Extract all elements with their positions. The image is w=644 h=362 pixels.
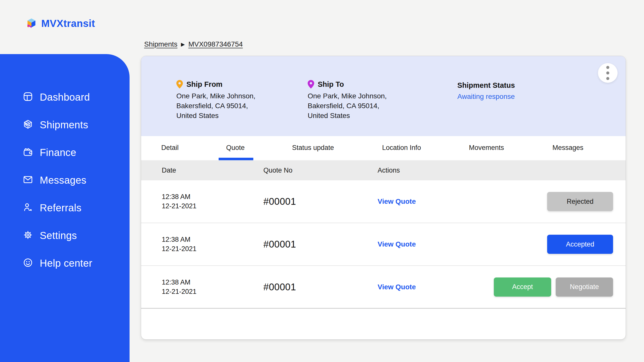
shipment-status-block: Shipment Status Awaiting response [457,81,515,101]
tab-detail[interactable]: Detail [161,136,179,160]
sidebar-item-label: Settings [40,230,77,241]
column-header-date: Date [162,167,176,174]
person-share-icon [23,202,33,214]
dashboard-icon [23,91,33,103]
active-tab-indicator [219,158,253,160]
kebab-dot [606,77,609,80]
ship-from-address: United States [176,111,255,120]
quote-number: #00001 [263,196,296,207]
rejected-status-button[interactable]: Rejected [547,192,613,211]
more-options-button[interactable] [598,63,618,83]
sidebar-item-messages[interactable]: Messages [0,171,130,189]
view-quote-link[interactable]: View Quote [378,197,416,206]
ship-to-address: Bakersfield, CA 95014, [308,101,387,111]
sidebar-item-finance[interactable]: Finance [0,144,130,161]
quote-date: 12:38 AM 12-21-2021 [162,192,196,211]
sidebar-item-shipments[interactable]: Shipments [0,116,130,134]
breadcrumb-shipment-id-link[interactable]: MVX0987346754 [188,40,243,48]
gear-icon [23,230,33,241]
column-header-quote-no: Quote No [263,167,293,174]
shipment-tabs: Detail Quote Status update Location Info… [141,136,626,160]
location-pin-icon [308,80,314,89]
app-screen: MVXtransit Dashboard [0,0,644,362]
tab-quote[interactable]: Quote [226,136,245,160]
sidebar-item-label: Dashboard [40,92,90,103]
column-header-actions: Actions [378,167,400,174]
shipment-card-header: Ship From One Park, Mike Johnson, Bakers… [141,56,626,136]
smiley-icon [23,257,33,269]
sidebar-item-dashboard[interactable]: Dashboard [0,88,130,106]
quote-table-row: 12:38 AM 12-21-2021 #00001 View Quote Ac… [141,223,626,266]
envelope-icon [23,174,33,186]
quote-table-header: Date Quote No Actions [141,160,626,180]
location-pin-icon [176,80,183,89]
sidebar-item-label: Help center [40,258,92,269]
tab-movements[interactable]: Movements [469,136,504,160]
shipment-status-value: Awaiting response [457,93,515,101]
accept-button[interactable]: Accept [494,277,551,297]
sidebar-item-label: Shipments [40,119,88,131]
tab-status-update[interactable]: Status update [292,136,334,160]
shipment-card: Ship From One Park, Mike Johnson, Bakers… [141,56,626,340]
sidebar: Dashboard Shipments [0,54,130,362]
sidebar-item-label: Finance [40,147,76,158]
brand-name: MVXtransit [41,18,95,29]
tab-messages[interactable]: Messages [552,136,583,160]
kebab-dot [606,71,609,74]
breadcrumb-shipments-link[interactable]: Shipments [144,40,177,48]
ship-to-label: Ship To [318,80,344,89]
sidebar-item-label: Messages [40,175,87,186]
sidebar-item-referrals[interactable]: Referrals [0,199,130,217]
accepted-status-button[interactable]: Accepted [547,235,613,254]
quote-table-row: 12:38 AM 12-21-2021 #00001 View Quote Re… [141,180,626,223]
sidebar-item-settings[interactable]: Settings [0,227,130,244]
breadcrumb-separator-icon: ▶ [181,41,185,47]
sidebar-item-label: Referrals [40,202,82,214]
tab-location-info[interactable]: Location Info [382,136,421,160]
wallet-icon [23,147,33,158]
ship-to-block: Ship To One Park, Mike Johnson, Bakersfi… [308,80,387,120]
ship-to-address: One Park, Mike Johnson, [308,91,387,101]
quote-date: 12:38 AM 12-21-2021 [162,235,196,254]
cube-logo-icon [25,17,38,30]
kebab-dot [606,66,609,69]
breadcrumb: Shipments ▶ MVX0987346754 [144,40,243,48]
quote-number: #00001 [263,281,296,292]
view-quote-link[interactable]: View Quote [378,240,416,248]
ship-from-label: Ship From [186,80,222,89]
package-icon [23,119,33,131]
ship-to-address: United States [308,111,387,120]
negotiate-button[interactable]: Negotiate [556,277,613,297]
shipment-status-label: Shipment Status [457,81,515,90]
brand-logo[interactable]: MVXtransit [25,17,95,30]
quote-table-row: 12:38 AM 12-21-2021 #00001 View Quote Ac… [141,266,626,309]
quote-number: #00001 [263,239,296,250]
ship-from-block: Ship From One Park, Mike Johnson, Bakers… [176,80,255,120]
sidebar-item-help-center[interactable]: Help center [0,254,130,272]
ship-from-address: One Park, Mike Johnson, [176,91,255,101]
quote-date: 12:38 AM 12-21-2021 [162,278,196,296]
ship-from-address: Bakersfield, CA 95014, [176,101,255,111]
view-quote-link[interactable]: View Quote [378,283,416,291]
